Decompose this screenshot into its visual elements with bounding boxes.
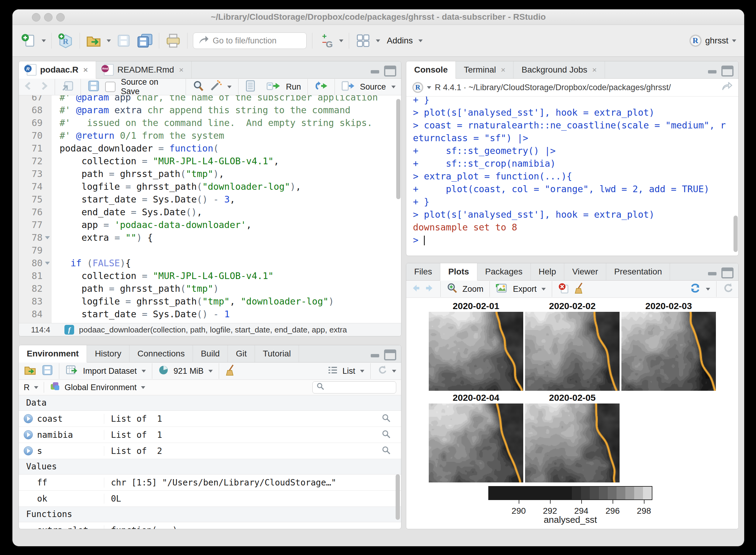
tab-connections[interactable]: Connections xyxy=(129,345,193,362)
minimize-window-icon[interactable] xyxy=(44,13,52,22)
r-logo-icon[interactable]: R xyxy=(412,82,423,93)
print-icon[interactable] xyxy=(165,32,182,49)
addins-caret[interactable] xyxy=(419,39,423,42)
environment-scope[interactable]: Global Environment xyxy=(65,383,137,392)
close-window-icon[interactable] xyxy=(32,13,40,22)
line-number[interactable]: 81 xyxy=(19,270,52,282)
list-view-label[interactable]: List xyxy=(343,367,355,376)
close-tab-icon[interactable]: × xyxy=(179,65,184,75)
goto-file-function-input[interactable]: Go to file/function xyxy=(193,33,307,49)
plot-display-area[interactable]: 290292294296298 analysed_sst 2020-02-012… xyxy=(406,298,739,529)
tab-build[interactable]: Build xyxy=(193,345,228,362)
code-tools-caret[interactable] xyxy=(227,86,232,88)
export-label[interactable]: Export xyxy=(513,285,536,294)
environment-search-input[interactable] xyxy=(312,381,396,393)
git-icon[interactable]: +−G xyxy=(318,32,335,49)
zoom-plot-icon[interactable] xyxy=(447,283,457,296)
previous-plot-icon[interactable] xyxy=(411,284,420,295)
maximize-pane-icon[interactable] xyxy=(721,66,733,77)
open-in-new-window-icon[interactable] xyxy=(62,80,74,93)
line-number[interactable]: 74 xyxy=(19,180,52,193)
minimize-pane-icon[interactable] xyxy=(707,66,717,74)
project-selector[interactable]: R ghrsst xyxy=(689,35,736,47)
tab-tutorial[interactable]: Tutorial xyxy=(255,345,299,362)
inspect-object-icon[interactable] xyxy=(382,430,391,441)
zoom-label[interactable]: Zoom xyxy=(463,285,483,294)
maximize-pane-icon[interactable] xyxy=(721,267,733,279)
addins-menu[interactable]: Addins xyxy=(387,36,413,46)
export-caret[interactable] xyxy=(542,288,546,291)
memory-caret[interactable] xyxy=(208,370,213,373)
r-version-caret[interactable] xyxy=(427,86,431,89)
run-icon[interactable] xyxy=(267,81,280,93)
tab-terminal[interactable]: Terminal × xyxy=(456,61,514,78)
env-row-s[interactable]: sList of 2 xyxy=(19,443,401,459)
tab-history[interactable]: History xyxy=(87,345,129,362)
close-tab-icon[interactable]: × xyxy=(83,65,88,75)
load-workspace-icon[interactable] xyxy=(24,364,37,378)
inspect-object-icon[interactable] xyxy=(382,414,391,425)
line-number[interactable]: 73 xyxy=(19,168,52,180)
refresh-plot-icon[interactable] xyxy=(723,283,733,296)
scope-caret[interactable] xyxy=(141,386,145,389)
tab-help[interactable]: Help xyxy=(531,263,565,280)
clear-all-plots-icon[interactable] xyxy=(574,282,584,296)
language-selector[interactable]: R xyxy=(24,383,30,392)
line-number[interactable]: 71 xyxy=(19,142,52,155)
remove-plot-icon[interactable] xyxy=(558,283,569,296)
tab-files[interactable]: Files xyxy=(406,263,440,280)
publish-icon[interactable] xyxy=(689,283,701,295)
tab-presentation[interactable]: Presentation xyxy=(606,263,670,280)
tab-podaac-r[interactable]: R podaac.R × xyxy=(19,61,96,79)
source-icon[interactable] xyxy=(342,81,354,93)
zoom-window-icon[interactable] xyxy=(56,13,65,22)
environment-vscrollbar[interactable] xyxy=(396,474,400,520)
tab-environment[interactable]: Environment xyxy=(19,345,87,362)
line-number[interactable]: 67 xyxy=(19,95,52,104)
code-tools-icon[interactable] xyxy=(210,80,222,94)
line-number[interactable]: 69 xyxy=(19,117,52,129)
minimize-pane-icon[interactable] xyxy=(707,267,717,276)
line-number[interactable]: 84 xyxy=(19,308,52,321)
open-file-caret[interactable] xyxy=(107,39,111,42)
tab-background-jobs[interactable]: Background Jobs × xyxy=(514,61,605,78)
close-tab-icon[interactable]: × xyxy=(501,65,505,75)
line-number[interactable]: 72 xyxy=(19,155,52,168)
expand-icon[interactable] xyxy=(24,430,33,439)
line-number[interactable]: 79 xyxy=(19,244,52,257)
function-scope[interactable]: podaac_downloader(collection, path, logf… xyxy=(79,325,347,335)
back-icon[interactable] xyxy=(24,81,33,93)
line-number[interactable]: 83 xyxy=(19,295,52,308)
expand-icon[interactable] xyxy=(24,414,33,423)
minimize-pane-icon[interactable] xyxy=(370,66,380,74)
tab-packages[interactable]: Packages xyxy=(477,263,531,280)
line-number[interactable]: 80 xyxy=(19,257,52,270)
run-label[interactable]: Run xyxy=(286,82,301,92)
inspect-object-icon[interactable] xyxy=(382,446,391,457)
env-row-coast[interactable]: coastList of 1 xyxy=(19,411,401,427)
rerun-icon[interactable] xyxy=(315,81,328,93)
import-dataset-icon[interactable] xyxy=(65,365,78,378)
new-project-icon[interactable]: R xyxy=(57,32,74,49)
tab-console[interactable]: Console xyxy=(406,61,456,79)
minimize-pane-icon[interactable] xyxy=(370,349,380,358)
compile-notebook-icon[interactable] xyxy=(245,80,255,94)
source-on-save-checkbox[interactable] xyxy=(105,82,115,92)
editor-vscrollbar[interactable] xyxy=(396,99,400,199)
line-number[interactable]: 77 xyxy=(19,219,52,231)
tab-viewer[interactable]: Viewer xyxy=(564,263,606,280)
panes-caret[interactable] xyxy=(376,39,380,42)
memory-usage-label[interactable]: 921 MiB xyxy=(173,367,204,376)
export-plot-icon[interactable] xyxy=(496,283,508,295)
close-tab-icon[interactable]: × xyxy=(592,65,597,75)
maximize-pane-icon[interactable] xyxy=(384,349,396,360)
publish-caret[interactable] xyxy=(706,288,710,291)
console-vscrollbar[interactable] xyxy=(733,216,738,252)
open-file-icon[interactable] xyxy=(85,32,103,49)
line-number[interactable]: 70 xyxy=(19,129,52,142)
save-file-icon[interactable] xyxy=(87,80,100,94)
git-caret[interactable] xyxy=(339,39,343,42)
list-view-caret[interactable] xyxy=(360,370,364,373)
line-number[interactable]: 76 xyxy=(19,206,52,219)
find-icon[interactable] xyxy=(193,80,204,94)
